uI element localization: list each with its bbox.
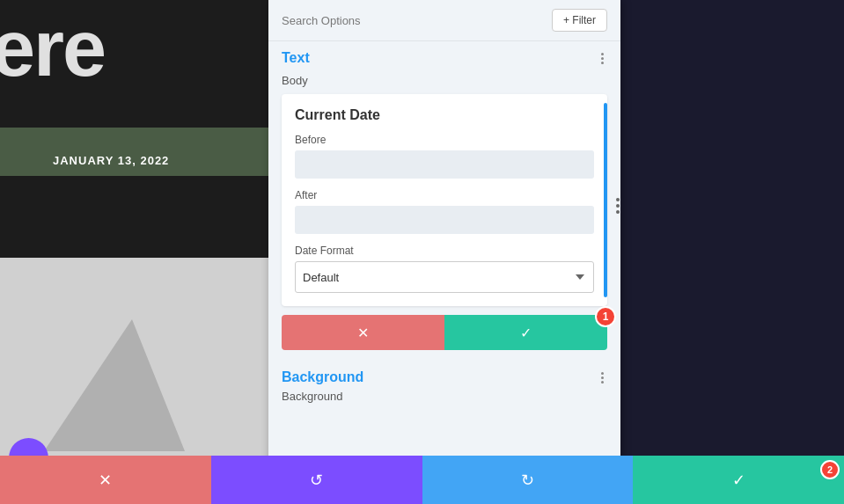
- cancel-button[interactable]: ✕: [282, 315, 444, 350]
- filter-button[interactable]: + Filter: [552, 9, 607, 32]
- toolbar-cancel-button[interactable]: ✕: [0, 456, 211, 504]
- text-section-title: Text: [282, 50, 310, 66]
- scroll-indicator: [604, 103, 607, 297]
- card-actions: ✕ ✓ 1: [282, 315, 607, 350]
- current-date-card: Current Date Before After Date Format De…: [282, 94, 607, 306]
- before-label: Before: [295, 134, 594, 146]
- page-background: ere JANUARY 13, 2022: [0, 0, 268, 504]
- toolbar-redo-button[interactable]: ↻: [422, 456, 634, 504]
- text-body-label: Body: [268, 70, 620, 94]
- bg-section-header: Background: [268, 361, 620, 390]
- text-section-header: Text: [268, 41, 620, 70]
- dot3: [601, 381, 604, 383]
- text-section-menu[interactable]: [598, 51, 607, 66]
- options-panel: Search Options + Filter Text Body Curren…: [268, 0, 620, 504]
- cancel-icon: ✕: [357, 325, 369, 341]
- bg-section-menu[interactable]: [598, 370, 607, 385]
- side-dot2: [616, 204, 620, 208]
- background-section: Background Background: [268, 361, 620, 410]
- dot2: [601, 376, 604, 379]
- bottom-toolbar: ✕ ↺ ↻ ✓ 2: [0, 456, 844, 504]
- badge-1: 1: [595, 306, 616, 327]
- after-label: After: [295, 189, 594, 201]
- confirm-icon: ✓: [520, 325, 532, 341]
- after-input[interactable]: [295, 206, 594, 234]
- right-background: [620, 0, 844, 504]
- toolbar-cancel-icon: ✕: [99, 471, 112, 490]
- bg-section-title: Background: [282, 369, 363, 385]
- search-options-label: Search Options: [282, 14, 361, 27]
- dot3: [601, 62, 604, 64]
- dot1: [601, 372, 604, 375]
- bg-sub-label: Background: [268, 390, 620, 410]
- toolbar-undo-icon: ↺: [310, 471, 323, 490]
- bg-date: JANUARY 13, 2022: [53, 154, 169, 167]
- dot2: [601, 57, 604, 60]
- card-title: Current Date: [295, 107, 594, 123]
- panel-header: Search Options + Filter: [268, 0, 620, 41]
- dot1: [601, 53, 604, 55]
- toolbar-undo-button[interactable]: ↺: [211, 456, 422, 504]
- date-format-label: Date Format: [295, 245, 594, 257]
- bg-green-bar: [0, 128, 268, 176]
- confirm-button[interactable]: ✓ 1: [444, 315, 607, 350]
- side-dot1: [616, 198, 620, 201]
- toolbar-confirm-icon: ✓: [732, 471, 745, 490]
- bg-text: ere: [0, 9, 105, 88]
- badge-2: 2: [820, 460, 840, 479]
- date-format-select[interactable]: Default Short Long Custom: [295, 261, 594, 293]
- before-input[interactable]: [295, 150, 594, 179]
- side-dots-decoration: [616, 198, 620, 214]
- text-section: Text Body Current Date Before After Date…: [268, 41, 620, 350]
- toolbar-confirm-button[interactable]: ✓ 2: [633, 456, 844, 504]
- panel-body: Text Body Current Date Before After Date…: [268, 41, 620, 504]
- side-dot3: [616, 210, 620, 214]
- bg-triangle: [44, 319, 185, 451]
- toolbar-redo-icon: ↻: [521, 471, 534, 490]
